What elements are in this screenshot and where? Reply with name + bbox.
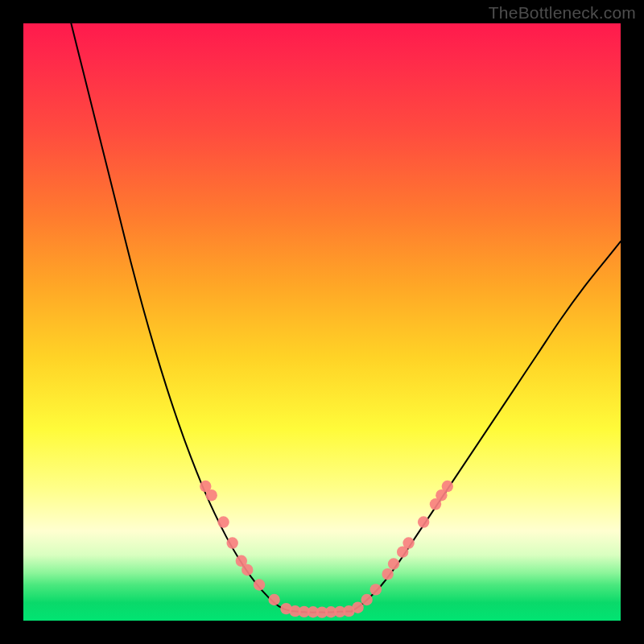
marker-dot [361,594,372,605]
marker-dot [242,564,253,576]
marker-dot [388,558,399,569]
marker-dot [352,601,363,613]
curve-path-group [71,23,621,613]
plot-area [23,23,621,621]
marker-dot [442,481,453,492]
chart-frame: TheBottleneck.com [0,0,644,644]
marker-dot [268,594,279,605]
bottleneck-curve [71,23,621,613]
marker-dot [370,584,382,595]
marker-dot [254,579,265,590]
marker-dot [206,489,217,501]
marker-dot [382,568,393,580]
marker-dot [227,537,238,548]
marker-dot [402,537,414,548]
watermark-text: TheBottleneck.com [489,3,636,23]
scatter-markers [200,481,453,618]
chart-svg [23,23,621,621]
marker-dot [217,516,229,527]
marker-dot [418,516,429,527]
